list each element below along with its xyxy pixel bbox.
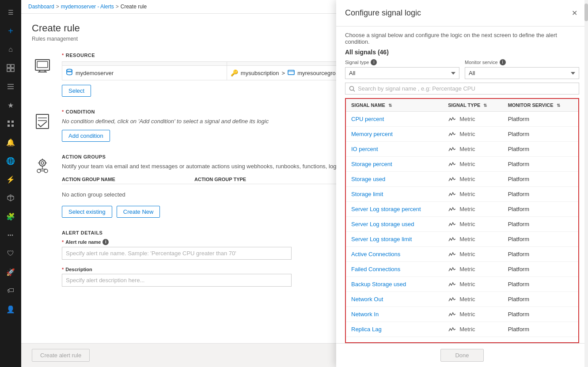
- signal-type-cell: Metric: [443, 127, 502, 142]
- monitor-service-cell: Platform: [503, 262, 578, 277]
- signal-name-cell[interactable]: Network In: [346, 307, 443, 322]
- star-icon[interactable]: ★: [2, 96, 19, 114]
- signal-type-text: Metric: [459, 176, 475, 182]
- signal-table: SIGNAL NAME ⇅ SIGNAL TYPE ⇅ MONITOR SERV…: [346, 99, 578, 337]
- done-button[interactable]: Done: [440, 349, 483, 362]
- lightning-icon[interactable]: ⚡: [2, 170, 19, 188]
- sort-monitor-icon[interactable]: ⇅: [557, 103, 560, 108]
- metric-icon: [448, 252, 457, 257]
- monitor-service-cell: Platform: [503, 322, 578, 337]
- signal-name-cell[interactable]: CPU percent: [346, 112, 443, 127]
- condition-required: *: [62, 109, 64, 114]
- table-row: Storage limit Metric Platform: [346, 187, 578, 202]
- tag-icon[interactable]: 🏷: [2, 282, 19, 299]
- list-icon[interactable]: [2, 78, 19, 95]
- add-condition-button[interactable]: Add condition: [62, 130, 110, 142]
- signal-name-cell[interactable]: Replica Lag: [346, 322, 443, 337]
- signal-type-info-icon[interactable]: i: [371, 59, 377, 65]
- panel-footer: Done: [336, 343, 588, 367]
- signal-type-cell: Metric: [443, 157, 502, 172]
- col-signal-name: SIGNAL NAME ⇅: [346, 99, 443, 112]
- svg-rect-9: [8, 125, 10, 127]
- search-icon: [349, 86, 355, 92]
- plus-icon[interactable]: +: [2, 22, 19, 40]
- table-row: Failed Connections Metric Platform: [346, 262, 578, 277]
- signal-type-label: Signal type i: [345, 59, 459, 65]
- create-alert-button[interactable]: Create alert rule: [32, 349, 90, 362]
- signal-name-cell[interactable]: Backup Storage used: [346, 277, 443, 292]
- resource-item: mydemoserver: [66, 68, 223, 77]
- signal-name-cell[interactable]: Storage limit: [346, 187, 443, 202]
- signal-name-cell[interactable]: Server Log storage used: [346, 217, 443, 232]
- monitor-service-cell: Platform: [503, 157, 578, 172]
- signal-search-input[interactable]: [358, 85, 575, 92]
- signal-name-cell[interactable]: Active Connections: [346, 247, 443, 262]
- metric-icon: [448, 267, 457, 272]
- signal-type-cell: Metric: [443, 277, 502, 292]
- breadcrumb-dashboard[interactable]: Dashboard: [28, 4, 54, 10]
- svg-rect-1: [11, 64, 14, 68]
- metric-icon: [448, 162, 457, 167]
- col-monitor-service: MONITOR SERVICE ⇅: [503, 99, 578, 112]
- dashboard-icon[interactable]: [2, 59, 19, 77]
- sort-type-icon[interactable]: ⇅: [483, 103, 487, 108]
- signal-type-text: Metric: [459, 161, 475, 167]
- svg-point-26: [39, 160, 46, 166]
- select-existing-button[interactable]: Select existing: [62, 206, 112, 218]
- monitor-service-cell: Platform: [503, 172, 578, 187]
- signal-name-cell[interactable]: Network Out: [346, 292, 443, 307]
- breadcrumb-sep-2: >: [116, 4, 119, 10]
- breadcrumb-alerts[interactable]: mydemoserver - Alerts: [61, 4, 114, 10]
- signal-type-text: Metric: [459, 206, 475, 212]
- table-row: Replica Lag Metric Platform: [346, 322, 578, 337]
- puzzle-icon[interactable]: 🧩: [2, 208, 19, 225]
- home-icon[interactable]: ⌂: [2, 41, 19, 58]
- svg-point-40: [350, 86, 354, 90]
- signal-name-cell[interactable]: Server Log storage limit: [346, 232, 443, 247]
- shield-icon[interactable]: 🛡: [2, 245, 19, 262]
- monitor-service-info-icon[interactable]: i: [500, 59, 506, 65]
- person-icon[interactable]: 👤: [2, 300, 19, 318]
- globe-icon[interactable]: 🌐: [2, 152, 19, 170]
- svg-point-19: [67, 69, 72, 72]
- signal-type-cell: Metric: [443, 172, 502, 187]
- signal-name-cell[interactable]: Failed Connections: [346, 262, 443, 277]
- metric-icon: [448, 147, 457, 152]
- rule-name-input[interactable]: [62, 247, 292, 260]
- table-row: Storage used Metric Platform: [346, 172, 578, 187]
- panel-close-button[interactable]: ✕: [570, 7, 579, 19]
- create-new-button[interactable]: Create New: [117, 206, 160, 218]
- monitor-service-cell: Platform: [503, 142, 578, 157]
- monitor-service-select[interactable]: All: [465, 67, 579, 79]
- metric-icon: [448, 117, 457, 122]
- rocket-icon[interactable]: 🚀: [2, 263, 19, 281]
- signal-name-cell[interactable]: IO percent: [346, 142, 443, 157]
- select-button[interactable]: Select: [62, 85, 91, 97]
- table-row: Server Log storage percent Metric Platfo…: [346, 202, 578, 217]
- table-row: Memory percent Metric Platform: [346, 127, 578, 142]
- sort-signal-icon[interactable]: ⇅: [388, 103, 392, 108]
- signal-type-text: Metric: [459, 296, 475, 303]
- metric-icon: [448, 282, 457, 287]
- monitor-service-cell: Platform: [503, 217, 578, 232]
- signal-type-cell: Metric: [443, 262, 502, 277]
- signal-table-container: SIGNAL NAME ⇅ SIGNAL TYPE ⇅ MONITOR SERV…: [345, 98, 579, 343]
- grid-icon[interactable]: [2, 115, 19, 132]
- panel-desc: Choose a signal below and configure the …: [336, 26, 588, 49]
- signal-name-cell[interactable]: Storage used: [346, 172, 443, 187]
- signal-name-cell[interactable]: Memory percent: [346, 127, 443, 142]
- dots-icon[interactable]: •••: [2, 226, 19, 244]
- signal-type-text: Metric: [459, 116, 475, 122]
- signal-table-header: SIGNAL NAME ⇅ SIGNAL TYPE ⇅ MONITOR SERV…: [346, 99, 578, 112]
- bell-icon[interactable]: 🔔: [2, 133, 19, 151]
- signal-name-cell[interactable]: Storage percent: [346, 157, 443, 172]
- signal-type-cell: Metric: [443, 232, 502, 247]
- signal-name-cell[interactable]: Server Log storage percent: [346, 202, 443, 217]
- table-row: Network Out Metric Platform: [346, 292, 578, 307]
- signal-type-select[interactable]: All: [345, 67, 459, 79]
- rule-name-info-icon[interactable]: i: [102, 239, 109, 245]
- cube-icon[interactable]: [2, 189, 19, 207]
- expand-icon[interactable]: ☰: [2, 4, 19, 21]
- description-input[interactable]: [62, 274, 292, 287]
- signal-type-cell: Metric: [443, 292, 502, 307]
